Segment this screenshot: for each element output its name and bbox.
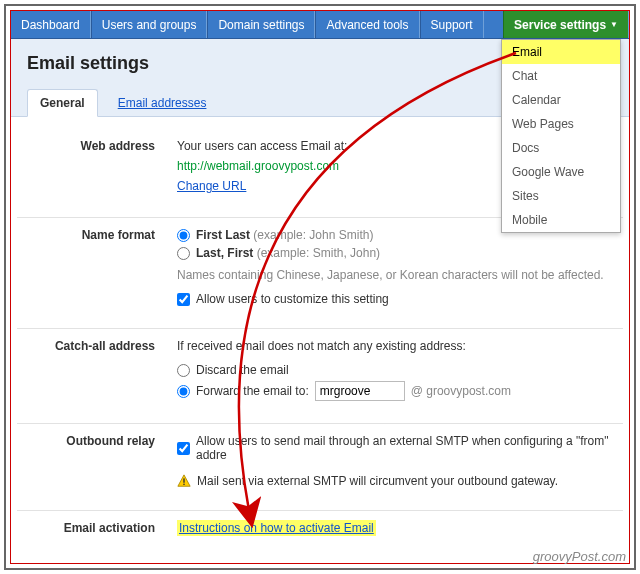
checkbox-allow-customize[interactable] xyxy=(177,293,190,306)
tab-email-addresses[interactable]: Email addresses xyxy=(106,90,219,116)
radio-first-last[interactable] xyxy=(177,229,190,242)
row-catchall: Catch-all address If received email does… xyxy=(17,329,623,424)
opt-last-first-ex: (example: Smith, John) xyxy=(253,246,380,260)
watermark: groovyPost.com xyxy=(533,549,626,564)
opt-last-first: Last, First xyxy=(196,246,253,260)
radio-forward[interactable] xyxy=(177,385,190,398)
dropdown-item-docs[interactable]: Docs xyxy=(502,136,620,160)
dropdown-item-webpages[interactable]: Web Pages xyxy=(502,112,620,136)
nav-service-settings-label: Service settings xyxy=(514,18,606,32)
forward-label: Forward the email to: xyxy=(196,384,309,398)
dropdown-item-wave[interactable]: Google Wave xyxy=(502,160,620,184)
forward-input[interactable] xyxy=(315,381,405,401)
chevron-down-icon: ▼ xyxy=(610,20,618,29)
opt-first-last-ex: (example: John Smith) xyxy=(250,228,373,242)
name-format-note: Names containing Chinese, Japanese, or K… xyxy=(177,268,623,282)
catchall-intro: If received email does not match any exi… xyxy=(177,339,623,353)
nav-users-groups[interactable]: Users and groups xyxy=(91,11,208,38)
row-email-activation: Email activation Instructions on how to … xyxy=(17,511,623,553)
label-catchall: Catch-all address xyxy=(17,339,177,405)
label-email-activation: Email activation xyxy=(17,521,177,535)
warning-icon xyxy=(177,474,191,488)
radio-last-first[interactable] xyxy=(177,247,190,260)
change-url-link[interactable]: Change URL xyxy=(177,179,246,193)
nav-support[interactable]: Support xyxy=(420,11,484,38)
web-address-url: http://webmail.groovypost.com xyxy=(177,159,339,173)
label-outbound-relay: Outbound relay xyxy=(17,434,177,492)
dropdown-item-email[interactable]: Email xyxy=(502,40,620,64)
opt-first-last: First Last xyxy=(196,228,250,242)
svg-rect-2 xyxy=(183,484,184,485)
dropdown-item-mobile[interactable]: Mobile xyxy=(502,208,620,232)
label-web-address: Web address xyxy=(17,139,177,199)
top-nav: Dashboard Users and groups Domain settin… xyxy=(11,11,629,39)
nav-domain-settings[interactable]: Domain settings xyxy=(207,11,315,38)
forward-suffix: @ groovypost.com xyxy=(411,384,511,398)
nav-dashboard[interactable]: Dashboard xyxy=(11,11,91,38)
allow-customize-label: Allow users to customize this setting xyxy=(196,292,389,306)
dropdown-item-chat[interactable]: Chat xyxy=(502,64,620,88)
discard-label: Discard the email xyxy=(196,363,289,377)
service-settings-dropdown: Email Chat Calendar Web Pages Docs Googl… xyxy=(501,39,621,233)
dropdown-item-calendar[interactable]: Calendar xyxy=(502,88,620,112)
row-name-format: Name format First Last (example: John Sm… xyxy=(17,218,623,329)
tab-general[interactable]: General xyxy=(27,89,98,117)
nav-advanced-tools[interactable]: Advanced tools xyxy=(315,11,419,38)
radio-discard[interactable] xyxy=(177,364,190,377)
svg-rect-1 xyxy=(183,478,184,482)
allow-relay-label: Allow users to send mail through an exte… xyxy=(196,434,623,462)
dropdown-item-sites[interactable]: Sites xyxy=(502,184,620,208)
checkbox-allow-relay[interactable] xyxy=(177,442,190,455)
relay-warning-text: Mail sent via external SMTP will circumv… xyxy=(197,474,558,488)
activation-instructions-link[interactable]: Instructions on how to activate Email xyxy=(177,520,376,536)
label-name-format: Name format xyxy=(17,228,177,310)
row-outbound-relay: Outbound relay Allow users to send mail … xyxy=(17,424,623,511)
nav-service-settings[interactable]: Service settings ▼ xyxy=(503,11,629,38)
